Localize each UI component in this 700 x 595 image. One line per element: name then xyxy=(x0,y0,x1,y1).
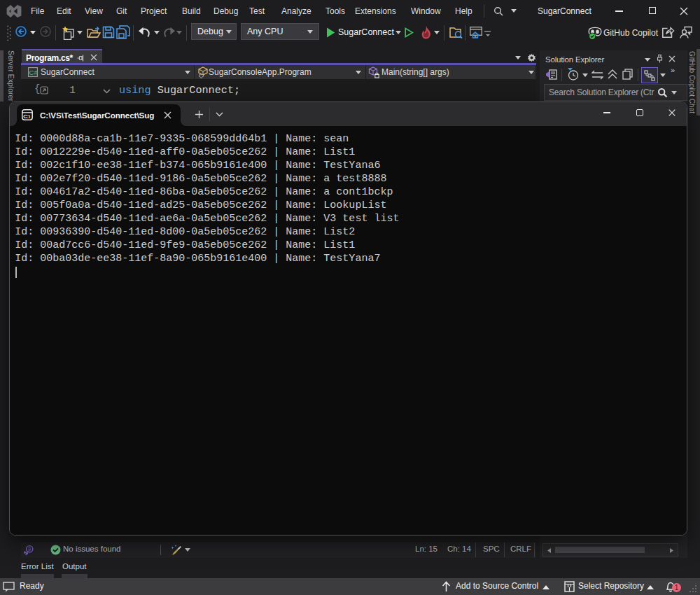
svg-text:C:\: C:\ xyxy=(23,113,31,120)
svg-text:C#: C# xyxy=(29,69,38,76)
